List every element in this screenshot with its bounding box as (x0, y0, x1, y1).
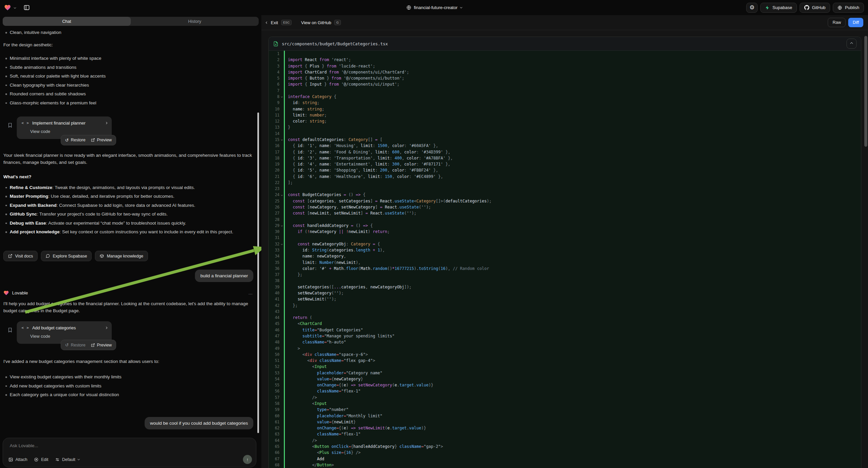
supabase-button[interactable]: Supabase (760, 3, 797, 13)
code-view-header: Exit ESC View on GitHub G Raw Diff (261, 15, 868, 30)
image-icon (8, 457, 13, 462)
esc-key-badge: ESC (281, 20, 292, 25)
code-line: 29 const handleAddCategory = () => { (269, 223, 861, 229)
code-line: 31 (269, 235, 861, 241)
added-bullet-list: View existing budget categories with the… (3, 374, 258, 398)
visit-docs-button[interactable]: Visit docs (3, 251, 38, 261)
chat-scrollbar[interactable] (257, 113, 259, 433)
design-heading: For the design aesthetic: (3, 41, 254, 48)
chat-input[interactable]: Ask Lovable... (10, 443, 249, 448)
code-line: 27 const [newLimit, setNewLimit] = React… (269, 210, 861, 216)
code-line: 60 placeholder="Monthly limit" (269, 413, 861, 419)
code-line: 19 { id: '4', name: 'Entertainment', lim… (269, 161, 861, 167)
next-steps-list: Refine & Customize: Tweak the design, an… (3, 184, 258, 236)
publish-globe-icon (837, 5, 842, 10)
code-line: 3import { Plus } from 'lucide-react'; (269, 63, 861, 69)
bullet-item: Glass-morphic elements for a premium fee… (3, 100, 252, 107)
settings-button[interactable]: ⚙ (746, 3, 757, 13)
code-line: 66 <Plus size={16} /> (269, 449, 861, 456)
assistant-name: Lovable (12, 290, 28, 295)
bullet-item: Debug with Ease: Activate our experiment… (3, 220, 252, 227)
edit-button[interactable]: Edit (34, 457, 48, 462)
chat-tabs: Chat History (3, 17, 259, 26)
bookmark-icon[interactable] (7, 327, 13, 333)
publish-button[interactable]: Publish (833, 3, 864, 13)
code-line: 4import ChartCard from '@/components/ui/… (269, 69, 861, 75)
bullet-item: Add new budget categories with custom li… (3, 383, 252, 389)
project-selector[interactable]: financial-future-creator (406, 0, 462, 15)
mode-selector[interactable]: Default (55, 457, 80, 462)
send-button[interactable]: ↑ (243, 455, 252, 464)
code-line: 20 { id: '5', name: 'Shopping', limit: 2… (269, 167, 861, 173)
file-header[interactable]: src/components/budget/BudgetCategories.t… (269, 37, 861, 51)
manage-knowledge-button[interactable]: Manage knowledge (95, 251, 148, 261)
tab-chat[interactable]: Chat (3, 17, 131, 26)
code-line: 25 const [categories, setCategories] = R… (269, 198, 861, 204)
file-diff-card: src/components/budget/BudgetCategories.t… (269, 37, 861, 468)
design-bullet-list: Minimalist interface with plenty of whit… (3, 55, 258, 107)
chevron-up-icon (850, 42, 853, 45)
message-menu-button[interactable]: … (248, 290, 253, 295)
user-message: build a financial planner (195, 270, 253, 282)
bullet-item: GitHub Sync: Transfer your project's cod… (3, 211, 252, 217)
view-code-link[interactable]: View code (30, 129, 50, 134)
bullet-item: Clean typography with clear hierarchies (3, 82, 252, 89)
code-line: 36 color: '#' + Math.floor(Math.random()… (269, 266, 861, 272)
exit-button[interactable]: Exit ESC (266, 20, 291, 25)
code-editor[interactable]: 12import React from 'react';3import { Pl… (269, 51, 861, 468)
code-line: 68 </Button> (269, 462, 861, 468)
lovable-logo-icon[interactable] (4, 4, 11, 11)
bullet-item: Minimalist interface with plenty of whit… (3, 55, 252, 62)
code-line: 58 <Input (269, 401, 861, 407)
version-card-add-budget-categories: < > Add budget categories View code ↺ Re… (17, 321, 112, 344)
code-line: 38 (269, 277, 861, 284)
globe-icon (406, 5, 411, 10)
code-line: 11 limit: number; (269, 112, 861, 118)
tab-history[interactable]: History (131, 17, 259, 26)
preview-button[interactable]: Preview (91, 343, 112, 348)
whats-next-heading: What's next? (3, 174, 258, 179)
restore-button[interactable]: ↺ Restore (65, 138, 86, 142)
code-line: 28 (269, 216, 861, 223)
raw-toggle-button[interactable]: Raw (828, 18, 845, 27)
code-line: 42 }; (269, 302, 861, 309)
bookmark-icon[interactable] (7, 122, 13, 128)
assistant-header: Lovable … (3, 290, 258, 296)
bullet-item: Rounded corners and subtle shadows (3, 91, 252, 97)
explore-supabase-button[interactable]: Explore Supabase (41, 251, 92, 261)
package-icon (100, 254, 104, 258)
attach-button[interactable]: Attach (8, 457, 27, 462)
code-line: 8interface Category { (269, 94, 861, 100)
sliders-icon (55, 457, 60, 462)
scrolled-bullet-list: Clean, intuitive navigation (3, 29, 258, 36)
diff-toggle-button[interactable]: Diff (848, 18, 863, 27)
version-actions: ↺ Restore Preview (61, 135, 116, 145)
view-on-github-button[interactable]: View on GitHub G (301, 20, 341, 25)
code-line: 62 onChange={(e) => setNewLimit(e.target… (269, 425, 861, 431)
github-icon (804, 5, 809, 10)
code-line: 1 (269, 51, 861, 57)
code-line: 43 (269, 309, 861, 315)
github-button[interactable]: GitHub (800, 3, 830, 13)
preview-button[interactable]: Preview (91, 138, 112, 142)
chat-message-list[interactable]: Clean, intuitive navigation For the desi… (0, 26, 261, 433)
restore-button[interactable]: ↺ Restore (65, 343, 86, 348)
target-icon (34, 457, 39, 462)
toggle-sidebar-button[interactable] (22, 3, 32, 13)
assistant-paragraph: Your sleek financial planner is now read… (3, 152, 254, 166)
bullet-item: Each category gets a unique color for vi… (3, 391, 252, 398)
code-line: 16 { id: '1', name: 'Housing', limit: 15… (269, 143, 861, 149)
collapse-file-button[interactable] (846, 39, 857, 49)
code-line: 32 const newCategoryObj: Category = { (269, 241, 861, 247)
code-scrollbar[interactable] (864, 36, 867, 147)
code-line: 39 setCategories([...categories, newCate… (269, 284, 861, 290)
version-card-implement-financial-planner: < > Implement financial planner View cod… (17, 117, 112, 139)
code-line: 50 <div className="space-y-6"> (269, 351, 861, 357)
code-line: 15const defaultCategories: Category[] = … (269, 137, 861, 143)
bullet-item: Expand with Backend: Connect Supabase to… (3, 202, 252, 209)
chevron-down-icon (78, 458, 80, 460)
code-line: 41 setNewLimit(''); (269, 296, 861, 302)
logo-chevron-down-icon[interactable] (14, 6, 16, 9)
restore-icon: ↺ (65, 343, 69, 347)
view-code-link[interactable]: View code (30, 334, 50, 339)
